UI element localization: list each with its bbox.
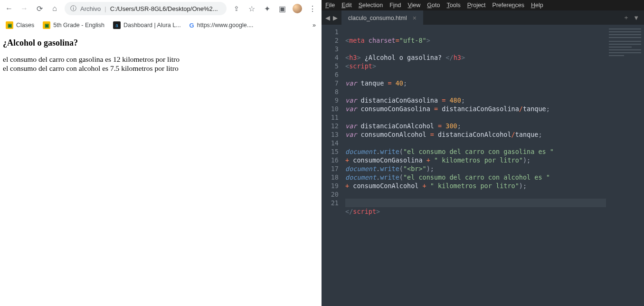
google-icon: G [189, 22, 194, 29]
browser-window: ← → ⟳ ⌂ ⓘ Archivo | C:/Users/USR-8GL6/De… [0, 0, 322, 306]
editor-menubar: File Edit Selection Find View Goto Tools… [322, 0, 644, 10]
alura-icon [113, 21, 121, 29]
menu-help[interactable]: Help [531, 2, 543, 9]
tab-history-nav: ◀ ▶ [322, 10, 341, 25]
page-content: ¿Alcohol o gasolina? el consumo del carr… [0, 33, 322, 306]
minimap[interactable] [606, 25, 644, 306]
share-icon[interactable]: ⇪ [231, 3, 242, 14]
file-tab[interactable]: claculo_consumo.html × [341, 10, 423, 25]
new-tab-icon[interactable]: ＋ [623, 13, 629, 22]
kebab-menu[interactable]: ⋮ [307, 3, 318, 14]
menu-find[interactable]: Find [389, 2, 401, 9]
line-gutter: 123456789101112131415161718192021 [322, 25, 343, 306]
browser-toolbar: ← → ⟳ ⌂ ⓘ Archivo | C:/Users/USR-8GL6/De… [0, 0, 322, 17]
back-button[interactable]: ← [4, 3, 14, 14]
menu-view[interactable]: View [407, 2, 420, 9]
classroom-icon [6, 21, 13, 29]
bookmark-alura[interactable]: Dashboard | Alura L... [113, 21, 181, 29]
menu-tools[interactable]: Tools [446, 2, 460, 9]
bookmarks-bar: Clases 5th Grade - English Dashboard | A… [0, 17, 322, 33]
sidepanel-icon[interactable]: ▣ [277, 3, 287, 14]
page-line-1: el consumo del carro con gasolina es 12 … [3, 55, 319, 64]
code-editor: File Edit Selection Find View Goto Tools… [322, 0, 644, 306]
bookmark-clases[interactable]: Clases [6, 21, 34, 29]
menu-edit[interactable]: Edit [341, 2, 352, 9]
page-heading: ¿Alcohol o gasolina? [3, 38, 319, 48]
home-button[interactable]: ⌂ [49, 3, 60, 14]
menu-selection[interactable]: Selection [359, 2, 383, 9]
editor-tabrow: ◀ ▶ claculo_consumo.html × ＋ ▼ [322, 10, 644, 25]
file-tab-title: claculo_consumo.html [348, 15, 407, 21]
page-line-2: el consumo del carro con alcohol es 7.5 … [3, 64, 319, 73]
bookmark-label: 5th Grade - English [53, 22, 104, 29]
address-separator: | [104, 5, 106, 12]
menu-goto[interactable]: Goto [427, 2, 440, 9]
address-bar[interactable]: ⓘ Archivo | C:/Users/USR-8GL6/Desktop/On… [65, 2, 227, 15]
star-icon[interactable]: ☆ [246, 3, 257, 14]
editor-body[interactable]: 123456789101112131415161718192021 <meta … [322, 25, 644, 306]
bookmarks-overflow[interactable]: » [313, 22, 316, 29]
close-icon[interactable]: × [413, 14, 417, 22]
extensions-icon[interactable]: ✦ [262, 3, 272, 14]
code-area[interactable]: <meta charset="uft-8"> <h3> ¿Alcohol o g… [343, 25, 606, 306]
menu-preferences[interactable]: Preferences [492, 2, 524, 9]
address-label: Archivo [80, 5, 101, 12]
bookmark-5th-grade[interactable]: 5th Grade - English [43, 21, 104, 29]
reload-button[interactable]: ⟳ [34, 3, 45, 14]
bookmark-google[interactable]: G https://www.google.... [189, 22, 254, 29]
bookmark-label: https://www.google.... [197, 22, 254, 29]
tab-back-icon[interactable]: ◀ [325, 14, 330, 21]
forward-button[interactable]: → [19, 3, 29, 14]
bookmark-label: Dashboard | Alura L... [123, 22, 181, 29]
menu-project[interactable]: Project [467, 2, 486, 9]
info-icon: ⓘ [70, 4, 76, 13]
avatar-icon[interactable] [292, 3, 303, 14]
classroom-icon [43, 21, 50, 29]
menu-file[interactable]: File [325, 2, 335, 9]
bookmark-label: Clases [16, 22, 34, 29]
address-path: C:/Users/USR-8GL6/Desktop/One%2... [110, 5, 218, 12]
tab-forward-icon[interactable]: ▶ [333, 14, 338, 21]
tab-dropdown-icon[interactable]: ▼ [633, 14, 639, 21]
